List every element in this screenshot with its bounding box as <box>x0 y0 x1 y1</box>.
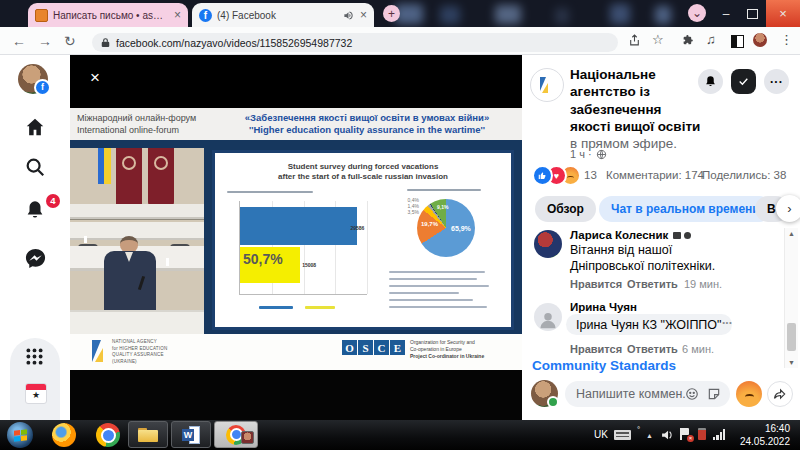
window-maximize-button[interactable] <box>740 0 764 27</box>
url-text[interactable]: facebook.com/nazyavo/videos/115852695498… <box>116 37 352 49</box>
comment-time[interactable]: 6 мин. <box>682 343 714 355</box>
theme-decoration <box>610 4 630 24</box>
windows-taskbar: W UK ° ▲ × 16:40 24.05.2022 <box>0 420 800 450</box>
messenger-icon[interactable] <box>24 247 47 270</box>
start-button[interactable] <box>7 422 33 448</box>
events-icon-star: ★ <box>26 390 46 401</box>
commenter-avatar[interactable] <box>534 230 562 258</box>
tab-live-chat[interactable]: Чат в реальном времени <box>599 196 772 222</box>
taskbar-firefox-icon[interactable] <box>52 423 76 447</box>
scroll-up-icon[interactable]: ▲ <box>788 230 795 237</box>
tray-mini-icon[interactable]: ° <box>637 425 640 434</box>
comment-like-button[interactable]: Нравится <box>570 278 622 290</box>
tab-compose-mail[interactable]: Написать письмо • asp_bingo@ × <box>28 3 188 27</box>
taskbar-chrome-icon[interactable] <box>96 423 120 447</box>
page-name[interactable]: Національне агентство із забезпечення як… <box>570 66 702 152</box>
presentation-slide: Student survey during forced vacationsaf… <box>212 150 514 330</box>
legend-swatch-yellow <box>305 306 335 309</box>
page-avatar[interactable] <box>530 68 564 102</box>
sticker-icon[interactable] <box>707 387 721 401</box>
taskbar-word-button[interactable]: W <box>171 421 211 448</box>
facebook-sidebar: f 4 ★ <box>0 55 70 420</box>
home-icon[interactable] <box>24 116 46 138</box>
clock-time[interactable]: 16:40 <box>740 423 790 434</box>
address-bar[interactable]: facebook.com/nazyavo/videos/115852695498… <box>92 33 618 52</box>
battery-alert-icon[interactable] <box>698 428 706 440</box>
tab-search-chevron-icon[interactable]: ⌄ <box>688 4 706 22</box>
footnote-line <box>389 271 485 273</box>
forward-icon[interactable]: → <box>38 33 52 49</box>
commenter-name[interactable]: Ирина Чуян <box>570 301 637 313</box>
forum-title: Міжнародний онлайн-форумInternational on… <box>77 112 196 136</box>
bell-icon <box>704 75 717 88</box>
pie-chart-block: 0,4% 1,4% 3,5% 65,9% 19,7% 9,1% <box>385 187 507 319</box>
window-minimize-button[interactable]: – <box>714 0 738 27</box>
comments-count[interactable]: Комментарии: 174 <box>606 169 704 181</box>
extensions-puzzle-icon[interactable] <box>682 34 695 47</box>
taskbar-explorer-button[interactable] <box>128 421 168 448</box>
comments-scrollbar[interactable]: ▲ ▼ <box>784 228 798 368</box>
commenter-avatar[interactable] <box>534 303 562 331</box>
scroll-down-icon[interactable]: ▼ <box>788 359 795 366</box>
notifications-button[interactable]: 4 <box>24 199 54 225</box>
tab-facebook[interactable]: f (4) Facebook × <box>192 3 374 27</box>
osce-letter: S <box>358 340 373 355</box>
player-bottom-bar[interactable] <box>70 370 522 420</box>
water-bottle <box>166 258 169 266</box>
commenter-name[interactable]: Лариса Колесник <box>570 229 668 241</box>
player-close-icon[interactable]: × <box>90 69 100 86</box>
post-meta: 1 ч · <box>570 148 607 160</box>
reaction-count[interactable]: 13 <box>584 169 597 181</box>
new-tab-button[interactable]: + <box>383 5 400 22</box>
save-video-button[interactable] <box>731 69 756 94</box>
emoji-smile-icon[interactable] <box>685 387 699 401</box>
extension-square-icon[interactable] <box>731 35 744 48</box>
reload-icon[interactable]: ↻ <box>64 33 76 49</box>
window-close-button[interactable]: × <box>766 0 800 27</box>
comment-more-icon[interactable]: ... <box>722 313 732 327</box>
video-stage[interactable]: Student survey during forced vacationsaf… <box>70 140 522 334</box>
tabs-scroll-right-button[interactable]: › <box>776 195 800 222</box>
shares-count[interactable]: Поделились: 38 <box>702 169 786 181</box>
comment-like-button[interactable]: Нравится <box>570 343 622 355</box>
back-icon[interactable]: ← <box>12 33 26 49</box>
water-bottle <box>84 236 87 243</box>
menu-grid-icon[interactable] <box>24 346 45 367</box>
clock-date[interactable]: 24.05.2022 <box>730 436 790 447</box>
tab-audio-icon[interactable] <box>343 10 354 21</box>
bookmark-star-icon[interactable]: ☆ <box>652 32 664 47</box>
comment-input[interactable]: Напишите коммен... <box>565 381 730 407</box>
tab-close-icon[interactable]: × <box>174 8 181 22</box>
tray-expand-icon[interactable]: ▲ <box>646 432 653 439</box>
comment-time[interactable]: 19 мин. <box>684 278 722 290</box>
ukraine-flag <box>98 148 111 184</box>
network-signal-icon[interactable] <box>713 429 727 440</box>
browser-menu-icon[interactable]: ⋮ <box>780 32 793 47</box>
user-avatar[interactable]: f <box>18 64 48 94</box>
tab-close-icon[interactable]: × <box>360 8 367 22</box>
media-controls-icon[interactable]: ♫ <box>706 32 716 47</box>
like-reaction-icon[interactable] <box>532 165 553 186</box>
footnote-line <box>389 292 459 294</box>
scrollbar-thumb[interactable] <box>787 323 796 351</box>
taskbar-chrome-active-button[interactable] <box>214 421 258 448</box>
events-icon[interactable]: ★ <box>25 383 47 404</box>
share-icon[interactable] <box>628 34 641 47</box>
search-icon[interactable] <box>24 156 46 178</box>
comment-reply-button[interactable]: Ответить <box>627 343 678 355</box>
volume-icon[interactable] <box>661 429 674 441</box>
profile-avatar[interactable] <box>753 33 767 47</box>
panel-more-button[interactable]: ... <box>764 69 789 94</box>
comment-reply-button[interactable]: Ответить <box>627 278 678 290</box>
share-video-button[interactable] <box>767 381 793 407</box>
angry-emoji-button[interactable] <box>736 381 762 407</box>
keyboard-language[interactable]: UK <box>594 429 608 440</box>
commenter-badge-icon <box>673 232 681 239</box>
keyboard-icon[interactable] <box>614 430 631 440</box>
footnote-line <box>389 299 473 301</box>
action-center-flag-icon[interactable]: × <box>680 428 691 440</box>
table-row <box>70 222 204 240</box>
panel-notification-button[interactable] <box>698 69 723 94</box>
community-standards-link[interactable]: Community Standards <box>532 358 676 373</box>
tab-overview[interactable]: Обзор <box>535 196 596 222</box>
